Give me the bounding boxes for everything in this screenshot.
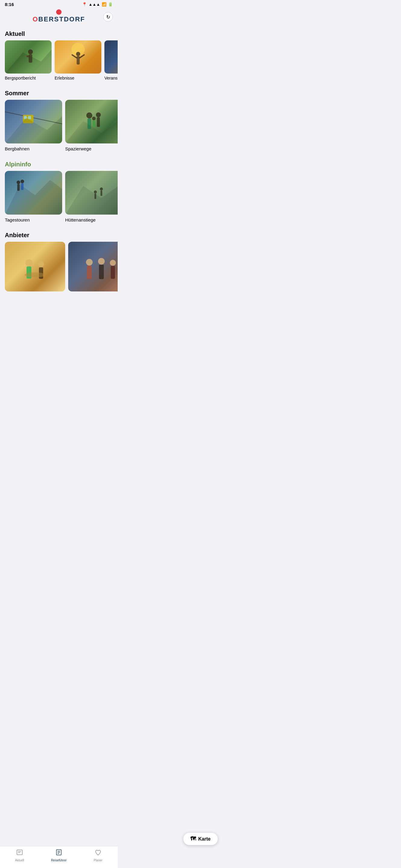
card-img-anbieter2: [68, 242, 118, 291]
svg-marker-1: [5, 50, 52, 73]
anbieter-cards-row: [0, 242, 118, 291]
sommer-cards-row: Bergbahnen: [0, 100, 118, 152]
aktuell-cards-row: Bergsportbe­richt: [0, 40, 118, 81]
svg-point-33: [92, 117, 96, 120]
card-img-anbieter1: [5, 242, 65, 291]
svg-point-56: [94, 190, 97, 193]
svg-rect-70: [5, 242, 65, 291]
svg-point-58: [100, 187, 103, 190]
status-bar: 8:16 📍 ▲▲▲ 📶 🔋: [0, 0, 118, 7]
aktuell-section: Aktuell: [0, 26, 118, 86]
svg-point-50: [17, 181, 20, 184]
svg-point-77: [86, 259, 93, 266]
svg-rect-8: [77, 56, 80, 64]
app-header: OBERSTDORF ↻: [0, 7, 118, 26]
card-label-erlebnisse: Erlebnisse: [55, 75, 102, 81]
svg-rect-76: [68, 242, 118, 291]
card-anbieter1[interactable]: [5, 242, 65, 291]
svg-point-31: [96, 113, 101, 117]
svg-point-75: [24, 273, 46, 277]
card-img-tagestouren: [5, 171, 62, 215]
alpininfo-section: Alpininfo: [0, 157, 118, 228]
location-icon: 📍: [82, 2, 87, 7]
card-label-veranstaltungen: Veranstaltun­gen: [105, 75, 118, 81]
svg-rect-57: [94, 193, 96, 199]
svg-marker-49: [5, 180, 62, 215]
card-img-erlebnisse: [55, 40, 102, 73]
card-label-tagestouren: Tagestouren: [5, 217, 62, 223]
aktuell-title: Aktuell: [0, 26, 118, 40]
alpininfo-cards-row: Tagestouren: [0, 171, 118, 223]
card-img-bergbahnen: [5, 100, 62, 144]
battery-icon: 🔋: [108, 2, 113, 7]
svg-rect-4: [27, 56, 30, 57]
svg-rect-59: [101, 190, 102, 196]
svg-rect-32: [97, 117, 100, 127]
svg-rect-53: [21, 183, 24, 190]
svg-rect-34: [93, 120, 95, 127]
svg-point-2: [28, 50, 33, 54]
card-label-bergbahnen: Bergbahnen: [5, 146, 62, 152]
svg-point-52: [21, 180, 24, 183]
svg-point-71: [25, 259, 33, 267]
logo: OBERSTDORF: [33, 9, 85, 23]
sommer-section: Sommer: [0, 86, 118, 157]
svg-point-79: [98, 258, 105, 265]
anbieter-section: Anbieter: [0, 227, 118, 296]
svg-rect-51: [17, 184, 20, 191]
card-veranstaltungen[interactable]: Veranstaltun­gen: [105, 40, 118, 81]
svg-point-29: [86, 113, 92, 119]
card-bergsportbericht[interactable]: Bergsportbe­richt: [5, 40, 52, 81]
svg-point-7: [76, 52, 80, 56]
refresh-button[interactable]: ↻: [103, 12, 113, 22]
sommer-title: Sommer: [0, 86, 118, 100]
logo-text: OBERSTDORF: [33, 16, 85, 23]
card-hüttenanstiege[interactable]: Hüttenanstiege: [65, 171, 118, 223]
signal-icon: ▲▲▲: [88, 2, 100, 7]
svg-point-73: [38, 261, 44, 267]
wifi-icon: 📶: [102, 2, 107, 7]
status-time: 8:16: [5, 2, 14, 7]
card-label-hüttenanstiege: Hüttenanstiege: [65, 217, 118, 223]
card-tagestouren[interactable]: Tagestouren: [5, 171, 62, 223]
card-bergbahnen[interactable]: Bergbahnen: [5, 100, 62, 152]
svg-rect-82: [111, 266, 115, 279]
svg-marker-55: [65, 183, 118, 215]
svg-rect-80: [99, 265, 104, 279]
card-anbieter2[interactable]: [68, 242, 118, 291]
card-img-hüttenanstiege: [65, 171, 118, 215]
card-spazierwege[interactable]: Spazierwege: [65, 100, 118, 152]
alpininfo-title: Alpininfo: [0, 157, 118, 171]
card-label-spazierwege: Spazierwege: [65, 146, 118, 152]
svg-rect-78: [87, 266, 92, 279]
svg-rect-26: [28, 116, 31, 119]
card-img-spazierwege: [65, 100, 118, 144]
card-img-veranstaltungen: [105, 40, 118, 73]
logo-dot: [56, 9, 62, 15]
svg-marker-35: [65, 118, 118, 144]
anbieter-title: Anbieter: [0, 227, 118, 242]
card-label-bergsport: Bergsportbe­richt: [5, 75, 52, 81]
card-erlebnisse[interactable]: Erlebnisse: [55, 40, 102, 81]
status-icons: 📍 ▲▲▲ 📶 🔋: [82, 2, 113, 7]
svg-point-81: [110, 260, 116, 266]
main-content: 8:16 📍 ▲▲▲ 📶 🔋 OBERSTDORF ↻ Aktuell: [0, 0, 118, 327]
svg-rect-11: [105, 40, 118, 73]
card-img-bergsport: [5, 40, 52, 73]
